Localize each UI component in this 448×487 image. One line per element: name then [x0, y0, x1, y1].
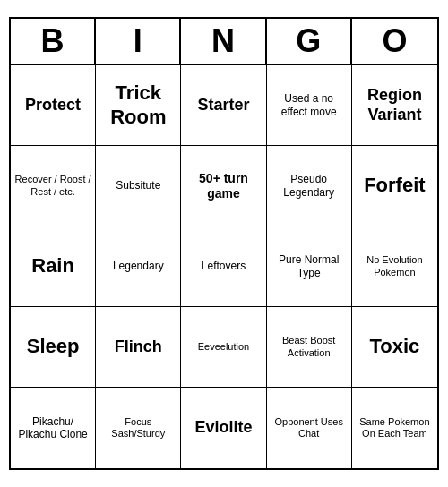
header-letter: N [181, 19, 266, 64]
cell-text: Legendary [113, 260, 164, 272]
cell-text: Trick Room [99, 81, 177, 129]
cell-text: Used a no effect move [271, 92, 348, 118]
cell-text: Opponent Uses Chat [271, 416, 348, 440]
header-letter: G [267, 19, 352, 64]
header-letter: O [352, 19, 437, 64]
cell-text: Pikachu/ Pikachu Clone [14, 415, 91, 441]
bingo-cell: Beast Boost Activation [267, 307, 352, 388]
bingo-cell: Eviolite [181, 388, 266, 468]
cell-text: Focus Sash/Sturdy [99, 416, 177, 440]
cell-text: Leftovers [202, 260, 246, 272]
cell-text: Region Variant [356, 86, 434, 124]
bingo-header: BINGO [11, 19, 437, 65]
bingo-cell: Eeveelution [181, 307, 266, 388]
bingo-cell: Same Pokemon On Each Team [352, 388, 437, 468]
bingo-cell: Rain [11, 226, 96, 307]
cell-text: Beast Boost Activation [271, 335, 348, 358]
bingo-cell: Forfeit [352, 146, 437, 226]
bingo-cell: No Evolution Pokemon [352, 226, 437, 307]
bingo-cell: Used a no effect move [267, 65, 352, 146]
cell-text: Same Pokemon On Each Team [356, 416, 434, 440]
cell-text: Recover / Roost / Rest / etc. [14, 174, 91, 197]
bingo-cell: Protect [11, 65, 96, 146]
cell-text: Rain [31, 254, 74, 278]
bingo-cell: Pikachu/ Pikachu Clone [11, 388, 96, 468]
cell-text: Subsitute [116, 179, 160, 192]
cell-text: No Evolution Pokemon [356, 254, 434, 278]
bingo-card: BINGO ProtectTrick RoomStarterUsed a no … [9, 17, 439, 470]
cell-text: 50+ turn game [185, 171, 262, 201]
bingo-cell: 50+ turn game [181, 146, 266, 226]
bingo-cell: Toxic [352, 307, 437, 388]
cell-text: Toxic [369, 335, 419, 358]
cell-text: Eeveelution [198, 341, 250, 353]
bingo-cell: Recover / Roost / Rest / etc. [11, 146, 96, 226]
cell-text: Eviolite [194, 418, 252, 438]
bingo-cell: Flinch [96, 307, 181, 388]
bingo-cell: Sleep [11, 307, 96, 388]
bingo-cell: Leftovers [181, 226, 266, 307]
header-letter: I [96, 19, 181, 64]
header-letter: B [11, 19, 96, 64]
cell-text: Sleep [27, 335, 80, 358]
bingo-cell: Opponent Uses Chat [267, 388, 352, 468]
bingo-cell: Pure Normal Type [267, 226, 352, 307]
bingo-cell: Focus Sash/Sturdy [96, 388, 181, 468]
bingo-cell: Legendary [96, 226, 181, 307]
bingo-cell: Region Variant [352, 65, 437, 146]
bingo-cell: Starter [181, 65, 266, 146]
bingo-grid: ProtectTrick RoomStarterUsed a no effect… [11, 65, 437, 468]
cell-text: Pseudo Legendary [271, 173, 348, 199]
cell-text: Starter [197, 96, 249, 115]
bingo-cell: Pseudo Legendary [267, 146, 352, 226]
cell-text: Protect [25, 96, 81, 115]
cell-text: Forfeit [364, 174, 425, 197]
bingo-cell: Trick Room [96, 65, 181, 146]
bingo-cell: Subsitute [96, 146, 181, 226]
cell-text: Pure Normal Type [271, 253, 348, 279]
cell-text: Flinch [115, 337, 162, 357]
